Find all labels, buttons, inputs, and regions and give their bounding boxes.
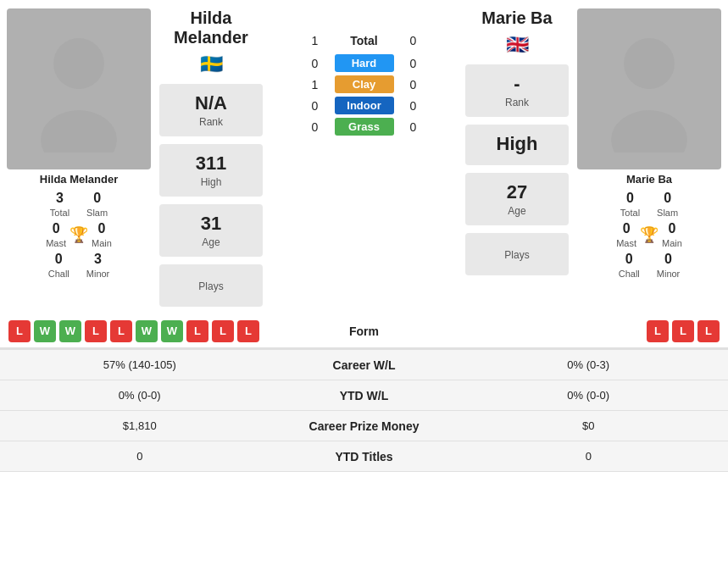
left-player-photo bbox=[7, 8, 151, 169]
right-chall-val: 0 bbox=[625, 252, 633, 267]
bottom-row-left-0: 57% (140-105) bbox=[0, 353, 280, 376]
form-badge: W bbox=[59, 320, 81, 342]
bottom-row-right-1: 0% (0-0) bbox=[449, 384, 729, 407]
right-player-name-header: Marie Ba bbox=[465, 8, 569, 31]
left-chall-lbl: Chall bbox=[48, 269, 69, 279]
left-mast-lbl: Mast bbox=[46, 238, 66, 248]
surface-right-val: 0 bbox=[401, 99, 426, 113]
bottom-row-right-0: 0% (0-3) bbox=[449, 353, 729, 376]
bottom-row-3: 0 YTD Titles 0 bbox=[0, 441, 728, 472]
left-player-block: Hilda Melander 3 Total 0 Slam 0 Mast 🏆 0… bbox=[7, 8, 151, 279]
svg-point-2 bbox=[624, 38, 675, 89]
surface-row-grass: 0 Grass 0 bbox=[303, 118, 426, 136]
surface-badge-hard: Hard bbox=[335, 54, 394, 72]
right-center-col: Marie Ba 🇬🇧 - Rank High 27 Age Plays bbox=[462, 8, 572, 278]
form-badge: L bbox=[110, 320, 132, 342]
form-badges-left: LWWLLWWLLL bbox=[0, 315, 280, 347]
bottom-row-0: 57% (140-105) Career W/L 0% (0-3) bbox=[0, 350, 728, 380]
right-total-lbl: Total bbox=[620, 208, 640, 218]
right-player-photo bbox=[577, 8, 721, 169]
right-plays-label: Plays bbox=[504, 249, 529, 261]
form-badge: L bbox=[212, 320, 234, 342]
form-badge: L bbox=[647, 320, 669, 342]
left-trophy-icon: 🏆 bbox=[69, 225, 88, 244]
right-mast-lbl: Mast bbox=[616, 238, 636, 248]
left-slam-lbl: Slam bbox=[86, 208, 108, 218]
bottom-row-label-3: YTD Titles bbox=[280, 445, 449, 469]
bottom-row-right-2: $0 bbox=[449, 414, 729, 437]
right-main-lbl: Main bbox=[662, 238, 682, 248]
bottom-row-2: $1,810 Career Prize Money $0 bbox=[0, 411, 728, 441]
left-slam-val: 0 bbox=[93, 191, 101, 206]
left-player-name-header: Hilda Melander bbox=[159, 8, 263, 51]
right-slam-lbl: Slam bbox=[657, 208, 678, 218]
form-badge: L bbox=[237, 320, 259, 342]
right-age-label: Age bbox=[508, 205, 525, 217]
surface-row-indoor: 0 Indoor 0 bbox=[303, 97, 426, 114]
bottom-row-left-2: $1,810 bbox=[0, 414, 280, 437]
right-slam-cell: 0 Slam bbox=[657, 191, 678, 218]
form-badge: L bbox=[8, 320, 31, 342]
surface-left-val: 0 bbox=[303, 57, 328, 70]
total-left-val: 1 bbox=[303, 34, 328, 47]
right-minor-cell: 0 Minor bbox=[657, 252, 681, 279]
svg-point-0 bbox=[53, 38, 104, 89]
right-slam-val: 0 bbox=[664, 191, 671, 206]
left-chall-val: 0 bbox=[55, 252, 63, 267]
right-plays-box: Plays bbox=[465, 233, 569, 275]
form-row: LWWLLWWLLL Form LLL bbox=[0, 314, 728, 348]
left-total-val: 3 bbox=[56, 191, 64, 206]
left-slam-cell: 0 Slam bbox=[86, 191, 108, 218]
left-age-value: 31 bbox=[201, 213, 221, 235]
right-high-box: High bbox=[465, 125, 569, 165]
left-high-value: 311 bbox=[196, 153, 227, 175]
left-age-box: 31 Age bbox=[159, 204, 263, 257]
form-badge: L bbox=[186, 320, 208, 342]
form-badges-right: LLL bbox=[449, 315, 729, 347]
surface-row-hard: 0 Hard 0 bbox=[303, 54, 426, 72]
left-main-lbl: Main bbox=[92, 238, 112, 248]
left-minor-val: 3 bbox=[94, 252, 102, 267]
right-main-cell: 0 Main bbox=[662, 221, 682, 248]
left-high-box: 311 High bbox=[159, 144, 263, 197]
left-minor-lbl: Minor bbox=[86, 269, 110, 279]
right-minor-val: 0 bbox=[664, 252, 672, 267]
surface-badge-grass: Grass bbox=[335, 118, 394, 136]
surface-left-val: 0 bbox=[303, 99, 328, 113]
left-high-label: High bbox=[201, 176, 222, 188]
form-badge: W bbox=[161, 320, 183, 342]
surface-right-val: 0 bbox=[401, 57, 426, 70]
right-total-val: 0 bbox=[626, 191, 634, 206]
surface-badge-indoor: Indoor bbox=[335, 97, 394, 114]
right-high-value: High bbox=[497, 133, 538, 155]
left-age-label: Age bbox=[202, 236, 220, 248]
right-rank-value: - bbox=[514, 73, 520, 95]
left-rank-box: N/A Rank bbox=[159, 84, 263, 136]
bottom-row-label-2: Career Prize Money bbox=[280, 414, 449, 438]
left-flag: 🇸🇪 bbox=[159, 53, 263, 75]
right-player-block: Marie Ba 0 Total 0 Slam 0 Mast 🏆 0 Main bbox=[577, 8, 721, 279]
surface-right-val: 0 bbox=[401, 78, 426, 92]
bottom-row-left-3: 0 bbox=[0, 445, 280, 468]
bottom-row-right-3: 0 bbox=[449, 445, 729, 468]
form-badge: W bbox=[136, 320, 158, 342]
left-total-lbl: Total bbox=[50, 208, 69, 218]
right-age-box: 27 Age bbox=[465, 173, 569, 225]
right-trophy-icon: 🏆 bbox=[640, 225, 659, 244]
left-plays-label: Plays bbox=[198, 280, 223, 292]
bottom-row-1: 0% (0-0) YTD W/L 0% (0-0) bbox=[0, 380, 728, 411]
right-mast-val: 0 bbox=[623, 221, 631, 236]
form-badge: W bbox=[34, 320, 56, 342]
right-player-name-sub: Marie Ba bbox=[626, 173, 672, 186]
right-rank-label: Rank bbox=[505, 97, 529, 108]
form-badge: L bbox=[697, 320, 720, 342]
svg-point-1 bbox=[41, 110, 117, 153]
left-mast-val: 0 bbox=[53, 221, 60, 236]
main-layout: Hilda Melander 3 Total 0 Slam 0 Mast 🏆 0… bbox=[0, 0, 728, 314]
surface-badge-clay: Clay bbox=[335, 75, 394, 93]
mid-surface-section: 1 Total 0 0 Hard 0 1 Clay 0 0 Indoor 0 0… bbox=[271, 8, 457, 139]
left-total-cell: 3 Total bbox=[50, 191, 69, 218]
total-right-val: 0 bbox=[401, 34, 426, 47]
right-main-val: 0 bbox=[668, 221, 675, 236]
right-chall-cell: 0 Chall bbox=[619, 252, 640, 279]
